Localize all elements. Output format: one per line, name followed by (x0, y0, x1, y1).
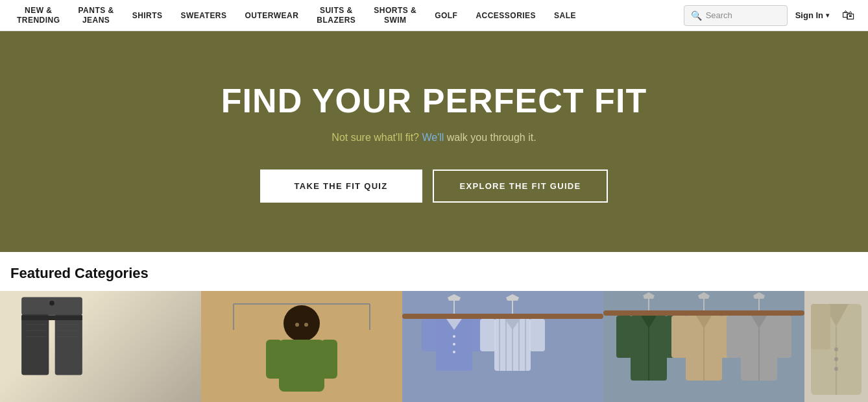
hero-subtitle-before: Not sure what'll fit? (332, 132, 419, 143)
categories-row (0, 291, 868, 402)
category-card-sweaters[interactable] (201, 291, 402, 402)
hero-subtitle-after: walk you through it. (444, 132, 536, 143)
svg-rect-55 (671, 316, 687, 358)
nav-item-sale[interactable]: SALE (545, 0, 585, 31)
person-illustration (201, 291, 402, 402)
svg-rect-35 (480, 319, 496, 351)
sign-in-label: Sign In (795, 10, 823, 20)
svg-point-4 (49, 301, 54, 306)
take-fit-quiz-button[interactable]: TAKE THE FIT QUIZ (260, 170, 422, 203)
nav-item-accessories[interactable]: ACCESSORIES (466, 0, 545, 31)
svg-rect-0 (21, 297, 82, 315)
pants-illustration (0, 291, 104, 388)
svg-rect-36 (529, 319, 545, 351)
svg-rect-22 (402, 314, 603, 319)
suit-illustration (804, 291, 868, 402)
svg-point-12 (283, 305, 320, 342)
nav-item-shirts[interactable]: SHIRTS (123, 0, 172, 31)
shirts-illustration (402, 291, 603, 402)
hero-subtitle: Not sure what'll fit? We'll walk you thr… (332, 132, 536, 144)
sign-in-button[interactable]: Sign In ▾ (788, 10, 837, 20)
explore-fit-guide-button[interactable]: EXPLORE THE FIT GUIDE (433, 170, 609, 203)
cart-icon[interactable]: 🛍 (837, 8, 860, 23)
nav-item-outerwear[interactable]: OUTERWEAR (236, 0, 308, 31)
category-card-pants[interactable] (0, 291, 201, 402)
svg-rect-62 (727, 316, 742, 358)
featured-categories-title: Featured Categories (0, 265, 868, 291)
svg-rect-1 (21, 314, 49, 375)
svg-rect-44 (603, 310, 804, 316)
search-bar[interactable]: 🔍 Search (684, 5, 788, 26)
svg-point-71 (834, 347, 838, 351)
nav-item-suits-blazers[interactable]: SUITS &BLAZERS (307, 0, 365, 31)
navbar: NEW &TRENDING PANTS &JEANS SHIRTS SWEATE… (0, 0, 868, 31)
svg-rect-48 (616, 316, 632, 358)
svg-point-72 (834, 357, 838, 361)
hero-title: FIND YOUR PERFECT FIT (221, 81, 647, 120)
category-card-shirts[interactable] (402, 291, 603, 402)
chevron-down-icon: ▾ (826, 12, 829, 19)
svg-rect-26 (422, 319, 437, 351)
category-card-suits[interactable] (804, 291, 868, 402)
hero-section: FIND YOUR PERFECT FIT Not sure what'll f… (0, 31, 868, 252)
nav-item-pants-jeans[interactable]: PANTS &JEANS (69, 0, 123, 31)
featured-categories-section: Featured Categories (0, 252, 868, 402)
hero-buttons: TAKE THE FIT QUIZ EXPLORE THE FIT GUIDE (260, 170, 609, 203)
nav-item-golf[interactable]: GOLF (426, 0, 466, 31)
svg-rect-15 (321, 340, 337, 379)
svg-rect-70 (811, 304, 830, 349)
svg-point-73 (834, 367, 838, 371)
svg-point-30 (453, 343, 455, 345)
svg-point-17 (304, 323, 308, 327)
svg-point-29 (453, 335, 455, 338)
svg-rect-63 (776, 316, 791, 358)
nav-item-sweaters[interactable]: SWEATERS (172, 0, 236, 31)
svg-rect-13 (279, 340, 324, 392)
outerwear-illustration (603, 291, 804, 402)
svg-rect-2 (55, 314, 82, 375)
svg-rect-14 (266, 340, 282, 379)
search-placeholder-text: Search (706, 10, 732, 20)
svg-rect-3 (21, 316, 82, 321)
category-card-outerwear[interactable] (603, 291, 804, 402)
nav-item-new-trending[interactable]: NEW &TRENDING (8, 0, 69, 31)
nav-item-shorts-swim[interactable]: SHORTS &SWIM (365, 0, 426, 31)
svg-point-31 (453, 351, 455, 353)
search-icon: 🔍 (691, 10, 702, 21)
hero-subtitle-highlight: We'll (419, 132, 444, 143)
svg-point-16 (295, 323, 299, 327)
